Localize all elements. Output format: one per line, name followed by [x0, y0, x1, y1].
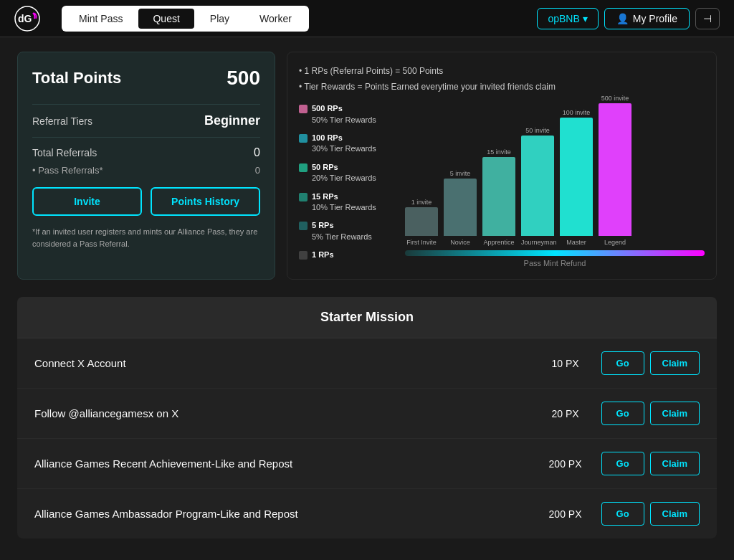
legend-text-5: 1 RPs — [312, 250, 334, 260]
points-card: Total Points 500 Referral Tiers Beginner… — [17, 52, 275, 280]
mission-name-0: Connect X Account — [34, 357, 530, 369]
mission-claim-button-2[interactable]: Claim — [650, 452, 700, 475]
mission-go-button-2[interactable]: Go — [601, 452, 644, 475]
main-content: Total Points 500 Referral Tiers Beginner… — [0, 37, 734, 553]
legend-text-4: 5 RPs5% Tier Rewards — [312, 220, 372, 242]
legend-text-1: 100 RPs30% Tier Rewards — [312, 133, 376, 155]
bar-group-5: 500 invite — [599, 95, 631, 236]
mission-points-2: 200 PX — [530, 458, 601, 470]
legend-text-3: 15 RPs10% Tier Rewards — [312, 191, 376, 214]
total-referrals-label: Total Referrals — [32, 147, 97, 158]
nav-tab-mint-pass[interactable]: Mint Pass — [65, 9, 137, 29]
referral-tiers-row: Referral Tiers Beginner — [32, 113, 260, 128]
legend-item-0: 500 RPs50% Tier Rewards — [299, 103, 399, 125]
bar-3 — [521, 136, 554, 236]
legend-color-1 — [299, 134, 308, 143]
nav-tab-quest[interactable]: Quest — [138, 9, 194, 29]
mission-actions-1: Go Claim — [601, 402, 700, 425]
legend-color-3 — [299, 193, 308, 201]
svg-text:dG: dG — [18, 13, 32, 24]
mission-actions-2: Go Claim — [601, 452, 700, 475]
bar-2 — [482, 157, 515, 236]
mission-points-3: 200 PX — [530, 508, 601, 520]
logo: dG — [14, 6, 40, 32]
mission-claim-button-3[interactable]: Claim — [650, 502, 700, 526]
exit-icon: ⊣ — [703, 13, 712, 24]
bar-invite-4: 100 invite — [563, 109, 591, 116]
mission-points-0: 10 PX — [530, 358, 601, 369]
points-history-button[interactable]: Points History — [151, 187, 260, 216]
mission-actions-3: Go Claim — [601, 502, 700, 526]
pass-referrals-label: • Pass Referrals* — [32, 165, 103, 176]
starter-mission-header: Starter Mission — [17, 297, 717, 338]
bar-5 — [599, 103, 631, 236]
pass-mint-refund-label: Pass Mint Refund — [405, 259, 705, 267]
legend-item-2: 50 RPs20% Tier Rewards — [299, 162, 399, 184]
header: dG Mint Pass Quest Play Worker opBNB ▾ 👤… — [0, 0, 734, 37]
chart-info: • 1 RPs (Referral Points) = 500 Points •… — [299, 64, 705, 95]
mission-go-button-0[interactable]: Go — [601, 351, 644, 375]
bar-label-0: First Invite — [405, 239, 438, 246]
referral-tier-value: Beginner — [204, 113, 260, 128]
gradient-bar-container: Pass Mint Refund — [405, 250, 705, 267]
bar-invite-1: 5 invite — [450, 170, 471, 177]
network-label: opBNB — [548, 13, 579, 24]
bar-invite-3: 50 invite — [525, 127, 550, 134]
chart-card: • 1 RPs (Referral Points) = 500 Points •… — [287, 52, 717, 280]
mission-row-0: Connect X Account 10 PX Go Claim — [17, 338, 717, 389]
bar-label-5: Legend — [599, 239, 631, 246]
footnote-text: *If an invited user registers and mints … — [32, 226, 260, 250]
bar-group-3: 50 invite — [521, 127, 554, 236]
user-icon: 👤 — [616, 13, 629, 24]
top-section: Total Points 500 Referral Tiers Beginner… — [17, 52, 717, 280]
legend-item-3: 15 RPs10% Tier Rewards — [299, 191, 399, 214]
total-referrals-row: Total Referrals 0 — [32, 146, 260, 159]
logo-icon: dG — [14, 6, 40, 32]
main-nav: Mint Pass Quest Play Worker — [62, 6, 309, 32]
bar-invite-5: 500 invite — [601, 95, 629, 102]
legend-color-5 — [299, 251, 308, 260]
exit-button[interactable]: ⊣ — [695, 8, 720, 29]
mission-go-button-3[interactable]: Go — [601, 502, 644, 526]
bar-label-3: Journeyman — [521, 239, 554, 246]
mission-name-1: Follow @alliancegamesx on X — [34, 407, 530, 419]
network-button[interactable]: opBNB ▾ — [537, 8, 598, 29]
chart-area: 500 RPs50% Tier Rewards 100 RPs30% Tier … — [299, 103, 705, 267]
bar-chart: 1 invite 5 invite 15 invite — [405, 103, 705, 236]
nav-tab-worker[interactable]: Worker — [245, 9, 306, 29]
mission-row-1: Follow @alliancegamesx on X 20 PX Go Cla… — [17, 389, 717, 439]
mission-actions-0: Go Claim — [601, 351, 700, 375]
bar-group-0: 1 invite — [405, 199, 438, 236]
mission-claim-button-1[interactable]: Claim — [650, 402, 700, 425]
bar-group-4: 100 invite — [560, 109, 593, 236]
invite-button[interactable]: Invite — [32, 187, 142, 216]
mission-name-2: Alliance Games Recent Achievement-Like a… — [34, 457, 530, 470]
bar-label-2: Apprentice — [482, 239, 515, 246]
bar-1 — [444, 179, 477, 236]
profile-button[interactable]: 👤 My Profile — [604, 8, 690, 29]
nav-tab-play[interactable]: Play — [196, 9, 244, 29]
mission-claim-button-0[interactable]: Claim — [650, 351, 700, 375]
header-right: opBNB ▾ 👤 My Profile ⊣ — [537, 8, 720, 29]
legend-text-2: 50 RPs20% Tier Rewards — [312, 162, 376, 184]
legend-text-0: 500 RPs50% Tier Rewards — [312, 103, 376, 125]
gradient-bar — [405, 250, 705, 256]
points-header: Total Points 500 — [32, 67, 260, 90]
profile-label: My Profile — [633, 13, 677, 24]
chart-info-line-2: • Tier Rewards = Points Earned everytime… — [299, 80, 705, 95]
mission-go-button-1[interactable]: Go — [601, 402, 644, 425]
bar-labels-row: First Invite Novice Apprentice Journeyma… — [405, 239, 705, 246]
bar-label-4: Master — [560, 239, 593, 246]
pass-referrals-value: 0 — [255, 165, 260, 176]
legend-item-4: 5 RPs5% Tier Rewards — [299, 220, 399, 242]
mission-points-1: 20 PX — [530, 408, 601, 419]
bar-group-1: 5 invite — [444, 170, 477, 236]
chart-legend: 500 RPs50% Tier Rewards 100 RPs30% Tier … — [299, 103, 399, 267]
pass-referrals-row: • Pass Referrals* 0 — [32, 165, 260, 176]
mission-row-2: Alliance Games Recent Achievement-Like a… — [17, 439, 717, 489]
mission-row-3: Alliance Games Ambassador Program-Like a… — [17, 489, 717, 538]
bar-label-1: Novice — [444, 239, 477, 246]
bar-chart-wrapper: 1 invite 5 invite 15 invite — [405, 103, 705, 267]
legend-item-5: 1 RPs — [299, 250, 399, 260]
bar-invite-0: 1 invite — [411, 199, 432, 206]
